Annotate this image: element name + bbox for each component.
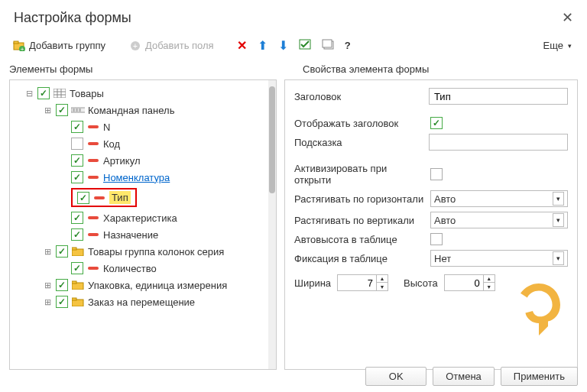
tree-item-checkbox[interactable]: ✓ <box>56 296 68 308</box>
tree-item[interactable]: ✓Назначение <box>13 226 265 243</box>
left-column-header: Элементы формы <box>0 60 294 79</box>
minus-icon <box>86 125 100 129</box>
tree-item[interactable]: Код <box>13 135 265 152</box>
collapse-icon[interactable]: ⊟ <box>24 89 34 99</box>
prop-height-input[interactable] <box>445 276 483 290</box>
svg-rect-15 <box>73 109 75 112</box>
grid-icon <box>53 89 66 98</box>
tree-item[interactable]: ⊞✓Заказ на перемещение <box>13 293 265 310</box>
tree-item-checkbox[interactable]: ✓ <box>71 228 83 241</box>
tree-item-label: Код <box>103 138 120 150</box>
folder-icon <box>71 280 85 290</box>
tree-item-checkbox[interactable]: ✓ <box>71 262 83 274</box>
tree-item-checkbox[interactable]: ✓ <box>77 192 89 204</box>
svg-rect-26 <box>72 248 76 250</box>
elements-tree[interactable]: ⊟✓Товары⊞✓Командная панель✓NКод✓Артикул✓… <box>10 80 268 369</box>
prop-fixation-label: Фиксация в таблице <box>294 253 424 264</box>
tree-item[interactable]: ✓Тип <box>13 186 265 209</box>
tree-item-checkbox[interactable]: ✓ <box>56 279 68 291</box>
svg-rect-31 <box>72 298 76 300</box>
prop-activate-checkbox[interactable] <box>430 168 443 180</box>
prop-stretch-h-select[interactable]: Авто ▾ <box>430 190 568 207</box>
ok-button[interactable]: OK <box>365 367 426 386</box>
uncheck-all-button[interactable] <box>319 37 337 53</box>
prop-show-header-checkbox[interactable]: ✓ <box>430 117 443 129</box>
tree-item[interactable]: ✓Количество <box>13 260 265 277</box>
scrollbar-thumb[interactable] <box>269 86 275 193</box>
tree-item-checkbox[interactable] <box>71 138 83 150</box>
prop-autoheight-checkbox[interactable] <box>430 233 443 245</box>
tree-item-checkbox[interactable]: ✓ <box>56 104 68 116</box>
minus-icon <box>86 215 100 220</box>
prop-height-spinner[interactable]: ▲ ▼ <box>444 274 495 291</box>
tree-item-label: Товары <box>70 88 104 99</box>
tree-item[interactable]: ✓Номенклатура <box>13 169 265 186</box>
tree-item[interactable]: ⊞✓Упаковка, единица измерения <box>13 277 265 293</box>
move-down-button[interactable]: ⬇ <box>275 37 291 54</box>
tree-item[interactable]: ⊞✓Командная панель <box>13 102 265 118</box>
svg-text:+: + <box>21 46 24 51</box>
svg-rect-20 <box>88 159 99 162</box>
spinner-down-icon[interactable]: ▼ <box>484 283 495 290</box>
delete-button[interactable]: ✕ <box>234 37 250 54</box>
prop-stretch-v-value: Авто <box>434 215 456 226</box>
minus-icon <box>92 196 106 200</box>
tree-item-checkbox[interactable]: ✓ <box>37 87 50 99</box>
expand-icon[interactable]: ⊞ <box>42 247 53 257</box>
more-menu-button[interactable]: Еще ▾ <box>537 38 578 53</box>
check-all-icon <box>299 39 311 52</box>
tree-item-checkbox[interactable]: ✓ <box>71 171 83 183</box>
add-fields-label: Добавить поля <box>145 40 214 51</box>
svg-rect-9 <box>54 89 66 98</box>
tree-item-checkbox[interactable]: ✓ <box>56 245 68 258</box>
spinner-up-icon[interactable]: ▲ <box>377 275 388 283</box>
tree-item-checkbox[interactable]: ✓ <box>71 154 83 167</box>
expand-icon[interactable]: ⊞ <box>42 280 53 290</box>
tree-item-label: Номенклатура <box>103 172 170 183</box>
cancel-button[interactable]: Отмена <box>433 367 495 386</box>
prop-width-spinner[interactable]: ▲ ▼ <box>337 274 388 291</box>
add-group-button[interactable]: + Добавить группу <box>9 38 109 53</box>
tree-item-checkbox[interactable]: ✓ <box>71 121 83 133</box>
tree-item[interactable]: ✓Артикул <box>13 152 265 169</box>
tree-item[interactable]: ⊟✓Товары <box>13 85 265 102</box>
svg-rect-19 <box>88 142 99 145</box>
add-group-label: Добавить группу <box>29 40 105 51</box>
tree-item[interactable]: ✓Характеристика <box>13 209 265 226</box>
tree-item[interactable]: ⊞✓Товары группа колонок серия <box>13 243 265 260</box>
tree-item[interactable]: ✓N <box>13 118 265 135</box>
tree-item-label: Артикул <box>103 155 140 167</box>
add-fields-icon: + <box>128 40 142 51</box>
prop-hint-input[interactable] <box>429 134 568 151</box>
spinner-up-icon[interactable]: ▲ <box>484 275 495 283</box>
tree-item-label: Товары группа колонок серия <box>88 246 224 258</box>
check-all-button[interactable] <box>296 37 314 53</box>
expand-icon[interactable]: ⊞ <box>42 105 53 115</box>
tree-item-label: Назначение <box>103 229 158 241</box>
svg-rect-21 <box>88 176 99 179</box>
toolbar: + Добавить группу + Добавить поля ✕ ⬆ ⬇ … <box>0 34 587 60</box>
apply-button[interactable]: Применить <box>501 367 578 386</box>
svg-rect-17 <box>79 109 81 112</box>
chevron-down-icon: ▾ <box>568 42 572 50</box>
prop-width-input[interactable] <box>338 276 376 290</box>
chevron-down-icon: ▾ <box>553 192 564 206</box>
properties-panel: Заголовок Отображать заголовок ✓ Подсказ… <box>284 79 578 370</box>
svg-rect-22 <box>94 196 105 199</box>
prop-fixation-select[interactable]: Нет ▾ <box>430 250 568 267</box>
expand-icon[interactable]: ⊞ <box>42 297 53 307</box>
prop-stretch-v-select[interactable]: Авто ▾ <box>430 212 568 228</box>
dialog-title: Настройка формы <box>14 10 131 26</box>
close-button[interactable]: ✕ <box>562 9 573 26</box>
watermark-icon <box>508 277 569 339</box>
svg-rect-16 <box>76 109 78 112</box>
prop-show-header-label: Отображать заголовок <box>294 118 424 129</box>
tree-scrollbar[interactable] <box>268 80 276 369</box>
move-up-button[interactable]: ⬆ <box>255 37 271 54</box>
help-button[interactable]: ? <box>342 38 354 53</box>
prop-header-input[interactable] <box>429 88 568 105</box>
tree-item-label: Количество <box>103 263 157 274</box>
spinner-down-icon[interactable]: ▼ <box>377 283 388 290</box>
tree-item-checkbox[interactable]: ✓ <box>71 212 83 224</box>
tree-item-label: N <box>103 121 110 133</box>
